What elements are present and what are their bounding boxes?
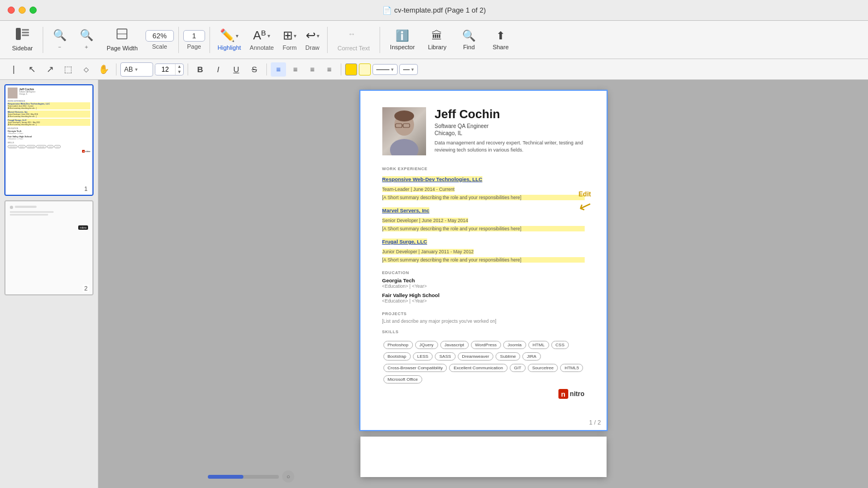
annotate-dropdown-arrow: ▾ (267, 33, 270, 39)
font-selector[interactable]: AB ▾ (120, 62, 153, 77)
skill-tag: JQuery (415, 341, 438, 349)
work-experience-label: WORK EXPERIENCE (382, 166, 585, 171)
correct-text-icon: ↔ (347, 28, 361, 43)
selection-button[interactable]: ↗ (42, 62, 58, 77)
find-button[interactable]: 🔍 Find (454, 24, 483, 56)
pdf-page-1: Edit ↙ (360, 91, 607, 430)
font-size-up[interactable]: ▲ (176, 64, 183, 69)
page-width-button[interactable]: Page Width (101, 24, 143, 56)
svg-rect-2 (22, 32, 29, 33)
scale-input[interactable] (145, 30, 174, 42)
bold-button[interactable]: B (192, 62, 208, 77)
freeform-button[interactable]: ◇ (78, 62, 94, 77)
italic-button[interactable]: I (210, 62, 226, 77)
share-button[interactable]: ⬆ Share (486, 24, 515, 56)
highlight-color-swatch[interactable] (359, 63, 371, 75)
school-1-detail: <Education> | <Year> (382, 283, 585, 289)
skill-tag: HTML5 (560, 364, 583, 372)
skill-tag: Bootstrap (383, 352, 411, 361)
form-icon: ⊞ (283, 28, 293, 43)
draw-button[interactable]: ↩ ▾ Draw (302, 24, 323, 56)
skill-tag: GIT (510, 364, 526, 372)
strikethrough-button[interactable]: S (246, 62, 263, 77)
line-style-selector[interactable]: —— ▾ (372, 64, 398, 75)
text-color-swatch[interactable] (345, 63, 357, 75)
job-1: Responsive Web-Dev Technologies, LLC Tea… (382, 173, 585, 200)
fullscreen-button[interactable] (30, 7, 37, 14)
job-3: Frugal Surge, LLC Junior Developer | Jan… (382, 236, 585, 263)
svg-rect-3 (22, 34, 29, 36)
pdf-page-2 (360, 437, 607, 477)
underline-button[interactable]: U (228, 62, 244, 77)
marquee-button[interactable]: ⬚ (60, 62, 76, 77)
nitro-n-icon: n (558, 389, 568, 399)
page-2-thumbnail[interactable]: nitro 2 (4, 200, 94, 295)
zoom-out-icon: 🔍 (53, 28, 67, 42)
separator-1 (43, 27, 43, 53)
skill-tag: Sublime (496, 352, 520, 361)
svg-point-8 (390, 139, 418, 155)
minimize-button[interactable] (19, 7, 26, 14)
svg-point-9 (394, 111, 414, 121)
job-3-desc: [A Short summary describing the role and… (382, 257, 585, 263)
resume-header: Jeff Cochin Software QA Engineer Chicago… (382, 107, 585, 155)
zoom-in-button[interactable]: 🔍 ＋ (74, 24, 99, 56)
scroll-circle-button[interactable]: ○ (282, 470, 294, 483)
scroll-track[interactable] (208, 475, 279, 479)
hand-button[interactable]: ✋ (96, 62, 112, 77)
job-1-period: Team-Leader | June 2014 - Current (382, 187, 455, 192)
skill-tag: Javascript (440, 341, 469, 349)
font-size-down[interactable]: ▼ (176, 69, 183, 75)
close-button[interactable] (8, 7, 15, 14)
font-dropdown-arrow: ▾ (135, 67, 138, 72)
form-button[interactable]: ⊞ ▾ Form (279, 24, 300, 56)
line-weight-selector[interactable]: — ▾ (399, 64, 418, 75)
skill-tag: Cross-Browser Compatibility (383, 364, 447, 372)
highlight-dropdown-arrow: ▾ (236, 33, 238, 39)
separator-3 (209, 27, 210, 53)
correct-text-button[interactable]: ↔ Correct Text (332, 24, 375, 56)
page-1-thumbnail-content: Jeff Cochin Software QA Engineer Chicago… (5, 85, 92, 195)
line-weight-arrow: ▾ (411, 67, 414, 72)
align-center-button[interactable]: ≡ (288, 62, 303, 77)
svg-rect-1 (22, 29, 29, 31)
library-icon: 🏛 (432, 30, 442, 42)
sec-separator-4 (341, 63, 341, 75)
pointer-button[interactable]: ↖ (24, 62, 40, 77)
annotate-button[interactable]: Aᴮ ▾ Annotate (247, 24, 277, 56)
zoom-out-button[interactable]: 🔍 － (48, 24, 72, 56)
svg-text:↔: ↔ (348, 30, 356, 38)
align-justify-button[interactable]: ≡ (322, 62, 337, 77)
find-icon: 🔍 (462, 29, 476, 42)
align-right-button[interactable]: ≡ (305, 62, 320, 77)
highlight-button[interactable]: ✏️ ▾ Highlight (214, 24, 244, 56)
page-control: Page (183, 30, 205, 50)
title-bar: 📄 cv-template.pdf (Page 1 of 2) (0, 0, 868, 21)
inspector-button[interactable]: ℹ️ Inspector (385, 24, 420, 56)
page-input[interactable] (183, 30, 205, 42)
text-cursor-button[interactable]: | (5, 62, 22, 77)
sidebar-button[interactable]: Sidebar (7, 24, 38, 56)
annotate-icon: Aᴮ (253, 28, 267, 43)
scroll-thumb[interactable] (208, 475, 243, 479)
horizontal-scrollbar: ○ (208, 470, 294, 483)
svg-rect-0 (16, 28, 21, 40)
resume-name: Jeff Cochin (435, 107, 585, 121)
zoom-in-icon: 🔍 (80, 28, 94, 42)
resume-job-title: Software QA Engineer (435, 123, 585, 129)
library-button[interactable]: 🏛 Library (422, 24, 452, 56)
job-2-desc: [A Short summary describing the role and… (382, 226, 585, 231)
page-indicator: 1 / 2 (589, 419, 601, 426)
canvas-area[interactable]: Edit ↙ (98, 80, 868, 488)
font-size-control: ▲ ▼ (155, 63, 184, 75)
draw-icon: ↩ (306, 28, 316, 43)
page-width-icon (115, 28, 129, 43)
resume-bio: Data management and recovery expert. Tec… (435, 140, 585, 153)
font-size-input[interactable] (155, 65, 175, 74)
projects-label: PROJECTS (382, 311, 585, 316)
skill-tag: SASS (435, 352, 455, 361)
page-1-thumbnail[interactable]: Jeff Cochin Software QA Engineer Chicago… (4, 84, 94, 196)
skill-tag: Excellent Communication (449, 364, 507, 372)
align-left-button[interactable]: ≡ (271, 62, 286, 77)
skill-tag: Dreamweaver (458, 352, 494, 361)
